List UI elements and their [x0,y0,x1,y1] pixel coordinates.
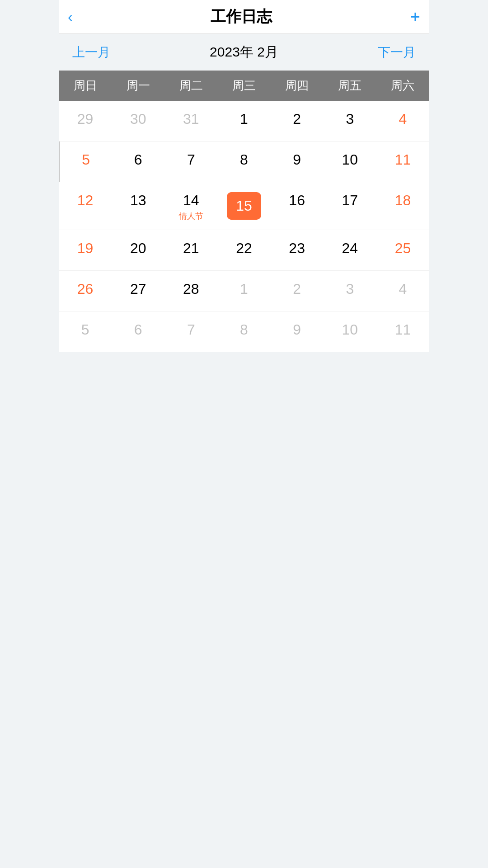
day-cell[interactable]: 20 [112,230,164,271]
day-cell[interactable]: 22 [217,230,270,271]
back-button[interactable]: ‹ [68,9,73,24]
day-cell[interactable]: 6 [112,311,164,352]
day-cell[interactable]: 11 [376,142,429,182]
weekday-thu: 周四 [271,71,324,101]
day-cell[interactable]: 2 [271,271,324,311]
day-cell[interactable]: 8 [217,142,270,182]
day-cell[interactable]: 5 [59,311,112,352]
day-cell[interactable]: 17 [324,182,376,230]
day-cell[interactable]: 4 [376,271,429,311]
day-cell[interactable]: 9 [271,311,324,352]
day-cell[interactable]: 4 [376,101,429,142]
weekday-sun: 周日 [59,71,112,101]
weekday-fri: 周五 [324,71,376,101]
day-cell[interactable]: 7 [164,311,217,352]
day-cell[interactable]: 29 [59,101,112,142]
day-cell[interactable]: 2 [271,101,324,142]
day-cell[interactable]: 6 [112,142,164,182]
day-cell[interactable]: 12 [59,182,112,230]
month-title: 2023年 2月 [210,43,278,61]
day-cell[interactable]: 10 [324,142,376,182]
day-cell[interactable]: 18 [376,182,429,230]
day-cell[interactable]: 10 [324,311,376,352]
empty-content-area [59,352,429,827]
day-cell[interactable]: 1 [217,271,270,311]
day-cell[interactable]: 16 [271,182,324,230]
day-cell[interactable]: 30 [112,101,164,142]
day-cell[interactable]: 25 [376,230,429,271]
day-cell[interactable]: 3 [324,271,376,311]
day-cell[interactable]: 15 [217,182,270,230]
day-cell[interactable]: 13 [112,182,164,230]
day-cell[interactable]: 7 [164,142,217,182]
day-cell[interactable]: 19 [59,230,112,271]
day-cell[interactable]: 26 [59,271,112,311]
calendar-grid: 2930311234567891011121314情人节151617181920… [59,101,429,352]
page-title: 工作日志 [211,6,272,27]
day-cell[interactable]: 28 [164,271,217,311]
day-cell[interactable]: 24 [324,230,376,271]
add-button[interactable]: + [410,8,420,25]
next-month-button[interactable]: 下一月 [378,44,416,61]
calendar: 周日 周一 周二 周三 周四 周五 周六 2930311234567891011… [59,71,429,352]
day-cell[interactable]: 27 [112,271,164,311]
weekday-header: 周日 周一 周二 周三 周四 周五 周六 [59,71,429,101]
weekday-tue: 周二 [164,71,217,101]
header: ‹ 工作日志 + [59,0,429,34]
day-cell[interactable]: 9 [271,142,324,182]
weekday-sat: 周六 [376,71,429,101]
day-cell[interactable]: 31 [164,101,217,142]
day-cell[interactable]: 11 [376,311,429,352]
prev-month-button[interactable]: 上一月 [72,44,110,61]
app-container: ‹ 工作日志 + 上一月 2023年 2月 下一月 周日 周一 周二 周三 周四… [59,0,429,827]
day-cell[interactable]: 3 [324,101,376,142]
weekday-wed: 周三 [217,71,270,101]
month-navigation: 上一月 2023年 2月 下一月 [59,34,429,71]
weekday-mon: 周一 [112,71,164,101]
day-cell[interactable]: 21 [164,230,217,271]
day-cell[interactable]: 5 [59,142,112,182]
day-cell[interactable]: 14情人节 [164,182,217,230]
day-cell[interactable]: 23 [271,230,324,271]
day-cell[interactable]: 8 [217,311,270,352]
day-cell[interactable]: 1 [217,101,270,142]
